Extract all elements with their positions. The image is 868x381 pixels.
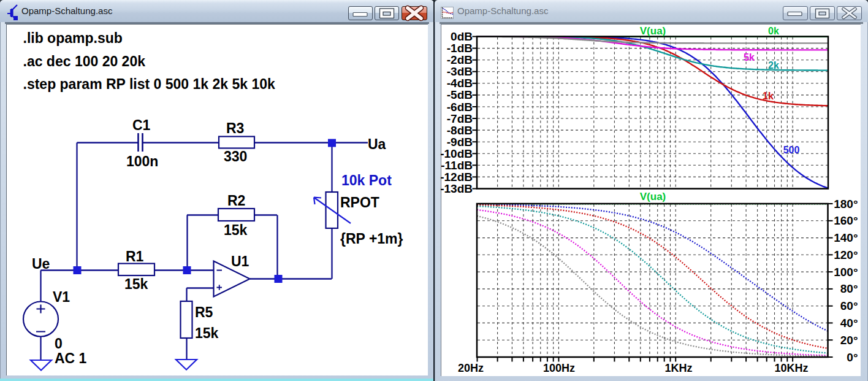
svg-text:20Hz: 20Hz xyxy=(458,362,484,374)
svg-text:100n: 100n xyxy=(126,153,158,169)
svg-text:.lib opamp.sub: .lib opamp.sub xyxy=(23,30,123,46)
svg-text:{RP +1m}: {RP +1m} xyxy=(340,231,403,247)
svg-text:500: 500 xyxy=(783,145,800,155)
svg-text:-8dB: -8dB xyxy=(447,124,473,137)
svg-text:Ue: Ue xyxy=(32,256,50,272)
svg-text:2k: 2k xyxy=(768,60,779,71)
svg-text:100°: 100° xyxy=(834,266,858,279)
svg-text:15k: 15k xyxy=(124,276,148,292)
svg-text:0k: 0k xyxy=(768,26,779,36)
svg-text:1KHz: 1KHz xyxy=(664,362,692,374)
svg-text:-6dB: -6dB xyxy=(447,101,473,114)
svg-text:U1: U1 xyxy=(231,253,249,269)
svg-text:-5dB: -5dB xyxy=(447,88,473,101)
svg-text:-7dB: -7dB xyxy=(447,112,473,125)
svg-text:V1: V1 xyxy=(53,289,70,305)
svg-text:60°: 60° xyxy=(840,299,858,312)
svg-text:20°: 20° xyxy=(840,334,858,347)
svg-text:V(ua): V(ua) xyxy=(640,191,666,202)
svg-text:-4dB: -4dB xyxy=(447,77,473,90)
svg-text:-10dB: -10dB xyxy=(440,147,473,160)
svg-text:100Hz: 100Hz xyxy=(543,362,575,374)
svg-text:15k: 15k xyxy=(195,325,219,341)
svg-text:-12dB: -12dB xyxy=(440,171,473,183)
svg-text:.ac dec 100 20 20k: .ac dec 100 20 20k xyxy=(23,53,146,69)
svg-text:R1: R1 xyxy=(126,248,144,264)
svg-text:V(ua): V(ua) xyxy=(640,25,666,37)
svg-text:1k: 1k xyxy=(763,91,774,101)
svg-text:-2dB: -2dB xyxy=(447,53,473,66)
svg-text:RPOT: RPOT xyxy=(340,194,379,210)
svg-text:140°: 140° xyxy=(834,231,858,244)
svg-text:-9dB: -9dB xyxy=(447,136,473,148)
svg-text:80°: 80° xyxy=(840,282,858,295)
svg-text:-11dB: -11dB xyxy=(441,159,473,172)
svg-text:C1: C1 xyxy=(132,117,151,133)
svg-text:-13dB: -13dB xyxy=(440,182,473,195)
svg-text:15k: 15k xyxy=(224,222,248,238)
svg-text:-3dB: -3dB xyxy=(447,65,473,78)
svg-text:R5: R5 xyxy=(195,304,213,320)
svg-text:120°: 120° xyxy=(834,248,858,261)
svg-text:40°: 40° xyxy=(840,317,858,329)
svg-text:R3: R3 xyxy=(226,120,244,136)
svg-text:0: 0 xyxy=(55,336,63,352)
svg-text:5k: 5k xyxy=(744,52,755,63)
svg-text:330: 330 xyxy=(224,148,247,164)
svg-text:0°: 0° xyxy=(847,351,858,364)
svg-text:AC 1: AC 1 xyxy=(55,350,87,366)
svg-text:10k Pot: 10k Pot xyxy=(341,172,392,188)
svg-text:180°: 180° xyxy=(834,198,858,210)
svg-text:Ua: Ua xyxy=(368,136,386,152)
svg-text:R2: R2 xyxy=(227,193,245,209)
svg-text:0dB: 0dB xyxy=(451,30,473,43)
svg-text:-1dB: -1dB xyxy=(447,42,473,55)
svg-text:160°: 160° xyxy=(834,214,858,227)
svg-text:10KHz: 10KHz xyxy=(774,362,808,374)
svg-text:.step param RP list 0 500 1k 2: .step param RP list 0 500 1k 2k 5k 10k xyxy=(23,76,275,92)
